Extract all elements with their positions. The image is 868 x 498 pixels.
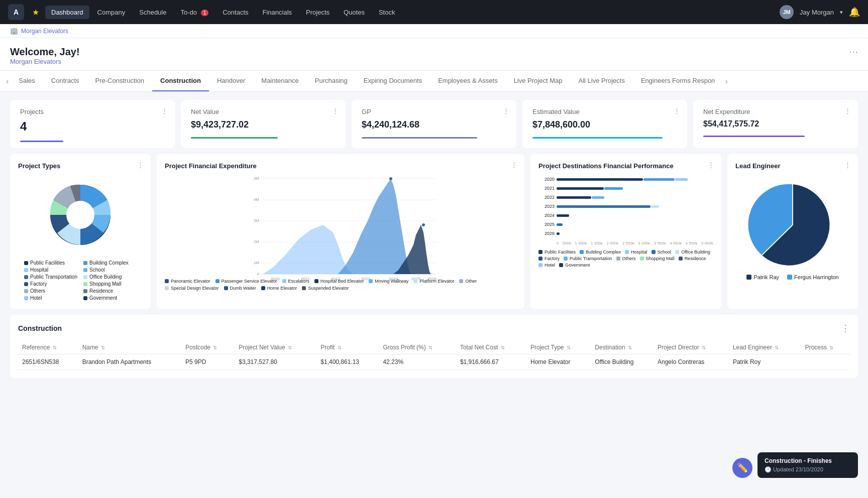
nav-contacts[interactable]: Contacts	[216, 6, 254, 19]
stat-net-exp-menu[interactable]: ⋮	[844, 107, 851, 114]
legend-dot-factory	[24, 282, 28, 286]
dest-legend-shopping-mall: Shopping Mall	[640, 256, 675, 261]
legend-label-residence: Residence	[89, 288, 113, 294]
svg-text:4M: 4M	[254, 197, 259, 202]
financial-expenditure-widget: Project Financial Expenditure ⋮ 5M 4M 3M…	[157, 154, 524, 309]
destinations-title: Project Destinations Financial Performan…	[538, 162, 713, 170]
financial-expenditure-menu[interactable]: ⋮	[511, 161, 517, 169]
stat-net-exp-title: Net Expenditure	[703, 108, 848, 115]
nav-dashboard[interactable]: Dashboard	[45, 6, 89, 19]
legend-hospital: Hospital	[24, 267, 77, 273]
cell-profit: $1,400,861.13	[316, 354, 379, 370]
construction-table: Reference ⇅ Name ⇅ Postcode ⇅ Project Ne…	[18, 341, 850, 370]
stat-net-value-menu[interactable]: ⋮	[332, 107, 339, 114]
tab-expiring-documents[interactable]: Expiring Documents	[356, 71, 430, 91]
nav-quotes[interactable]: Quotes	[338, 6, 371, 19]
tab-construction[interactable]: Construction	[152, 71, 209, 91]
tab-sales[interactable]: Sales	[11, 71, 43, 91]
nav-projects[interactable]: Projects	[300, 6, 336, 19]
financial-expenditure-chart: 5M 4M 3M 2M 1M 0	[165, 175, 516, 290]
th-name[interactable]: Name ⇅	[78, 341, 181, 354]
stat-projects-value: 4	[20, 119, 165, 134]
legend-patrik-ray: Patrik Ray	[746, 274, 779, 280]
legend-dot-public-facilities	[24, 261, 28, 265]
th-profit[interactable]: Profit ⇅	[316, 341, 379, 354]
tab-all-live-projects[interactable]: All Live Projects	[570, 71, 632, 91]
nav-company[interactable]: Company	[91, 6, 132, 19]
construction-menu[interactable]: ⋮	[841, 323, 850, 334]
legend-label-shopping-mall: Shopping Mall	[89, 281, 121, 287]
favorite-icon[interactable]: ★	[32, 8, 39, 17]
tab-employees-assets[interactable]: Employees & Assets	[430, 71, 506, 91]
th-reference[interactable]: Reference ⇅	[18, 341, 78, 354]
building-icon: 🏢	[10, 27, 18, 35]
legend-hotel: Hotel	[24, 295, 77, 301]
construction-title: Construction	[18, 324, 62, 332]
tabs-next-arrow[interactable]: ›	[723, 73, 729, 90]
sort-icon-postcode: ⇅	[213, 345, 217, 350]
stat-net-value-bar	[191, 137, 278, 139]
tabs-bar: ‹ Sales Contracts Pre-Construction Const…	[0, 71, 868, 92]
nav-financials[interactable]: Financials	[257, 6, 298, 19]
stat-projects-menu[interactable]: ⋮	[161, 107, 168, 114]
pie-chart-svg	[40, 175, 121, 255]
notification-bell-icon[interactable]: 🔔	[849, 7, 860, 18]
tab-live-project-map[interactable]: Live Project Map	[506, 71, 571, 91]
stat-net-value: ⋮ Net Value $9,423,727.02	[181, 100, 346, 148]
tab-pre-construction[interactable]: Pre-Construction	[87, 71, 153, 91]
th-director[interactable]: Project Director ⇅	[654, 341, 729, 354]
tab-engineers-forms[interactable]: Engineers Forms Respon	[633, 71, 723, 91]
legend-special-design: Special Design Elevator	[165, 286, 219, 291]
svg-text:1M: 1M	[254, 261, 259, 265]
nav-todo[interactable]: To-do 1	[174, 6, 214, 19]
tabs-prev-arrow[interactable]: ‹	[4, 73, 11, 90]
company-link[interactable]: Morgan Elevators	[10, 58, 61, 65]
project-types-menu[interactable]: ⋮	[137, 161, 144, 169]
destinations-menu[interactable]: ⋮	[708, 161, 714, 169]
construction-section: Construction ⋮ Reference ⇅ Name ⇅ Postco…	[10, 315, 858, 378]
legend-residence: Residence	[83, 288, 137, 294]
legend-home-elevator: Home Elevator	[261, 286, 297, 291]
stat-estimated-menu[interactable]: ⋮	[674, 107, 680, 114]
th-postcode[interactable]: Postcode ⇅	[181, 341, 235, 354]
table-row[interactable]: 2651/6SN538 Brandon Path Apartments P5 9…	[18, 354, 850, 370]
tab-handover[interactable]: Handover	[209, 71, 253, 91]
year-2023: 2023	[538, 202, 557, 211]
lead-engineer-pie-svg	[747, 180, 838, 270]
nav-schedule[interactable]: Schedule	[133, 6, 172, 19]
legend-factory: Factory	[24, 281, 77, 287]
financial-expenditure-title: Project Financial Expenditure	[165, 162, 516, 170]
th-project-type[interactable]: Project Type ⇅	[526, 341, 591, 354]
th-gross-profit[interactable]: Gross Profit (%) ⇅	[379, 341, 456, 354]
tab-contracts[interactable]: Contracts	[43, 71, 87, 91]
th-total-net-cost[interactable]: Total Net Cost ⇅	[456, 341, 526, 354]
sort-icon-director: ⇅	[702, 345, 706, 350]
legend-label-fergus: Fergus Harrington	[794, 274, 839, 280]
nav-stock[interactable]: Stock	[373, 6, 401, 19]
more-options-button[interactable]: ⋯	[849, 46, 858, 57]
tooltip-subtitle: 🕐 Updated 23/10/2020	[765, 466, 851, 473]
legend-public-facilities: Public Facilities	[24, 260, 77, 266]
stat-estimated-value: ⋮ Estimated Value $7,848,600.00	[522, 100, 687, 148]
tab-purchasing[interactable]: Purchasing	[307, 71, 356, 91]
expenditure-svg: 5M 4M 3M 2M 1M 0	[165, 175, 516, 275]
lead-engineer-menu[interactable]: ⋮	[844, 161, 851, 169]
stat-gp-value: $4,240,124.68	[362, 119, 506, 130]
th-net-value[interactable]: Project Net Value ⇅	[235, 341, 316, 354]
th-lead-engineer[interactable]: Lead Engineer ⇅	[729, 341, 801, 354]
fab-edit-button[interactable]: ✏️	[732, 458, 752, 478]
stat-gp-menu[interactable]: ⋮	[503, 107, 509, 114]
legend-label-others: Others	[30, 288, 45, 294]
destinations-legend: Public Facilities Building Complex Hospi…	[538, 250, 713, 268]
tab-maintenance[interactable]: Maintenance	[253, 71, 306, 91]
dest-legend-others: Others	[616, 256, 636, 261]
tooltip-updated: Updated 23/10/2020	[773, 466, 823, 472]
th-process[interactable]: Process ⇅	[801, 341, 850, 354]
destinations-widget: Project Destinations Financial Performan…	[530, 154, 721, 309]
year-2022: 2022	[538, 193, 557, 202]
dest-legend-residence: Residence	[679, 256, 706, 261]
todo-badge: 1	[201, 10, 209, 16]
lead-engineer-title: Lead Engineer	[735, 162, 850, 170]
breadcrumb-label[interactable]: Morgan Elevators	[21, 28, 68, 35]
th-destination[interactable]: Destination ⇅	[591, 341, 654, 354]
